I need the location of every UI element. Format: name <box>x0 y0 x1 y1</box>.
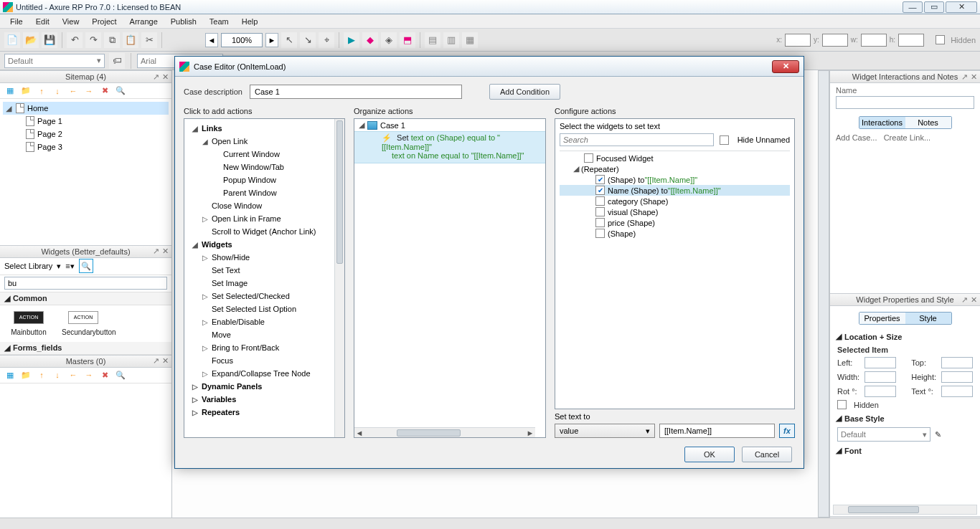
align-center-icon[interactable]: ▥ <box>443 32 459 48</box>
left-input[interactable] <box>864 357 896 368</box>
height-input[interactable] <box>941 371 973 383</box>
point-tool-icon[interactable]: ⌖ <box>319 32 334 48</box>
organize-action-row[interactable]: ⚡ Set text on (Shape) equal to "[[Item.N… <box>354 131 545 163</box>
checkbox[interactable]: ✔ <box>595 175 605 184</box>
menu-publish[interactable]: Publish <box>165 16 202 27</box>
width-input[interactable] <box>864 371 896 383</box>
chevron-down-icon[interactable]: ▾ <box>57 262 61 271</box>
add-page-icon[interactable]: ▦ <box>4 85 16 97</box>
textrot-input[interactable] <box>941 386 973 397</box>
move-down-icon[interactable]: ↓ <box>52 85 63 97</box>
zoom-value[interactable]: 100% <box>221 33 263 47</box>
panel-close-icon[interactable]: ✕ <box>162 72 169 82</box>
checkbox[interactable] <box>584 153 593 163</box>
section-location-size[interactable]: ◢Location + Size <box>830 329 980 344</box>
panel-pop-icon[interactable]: ↗ <box>961 295 968 305</box>
add-master-icon[interactable]: ▦ <box>4 369 16 381</box>
panel-close-icon[interactable]: ✕ <box>971 295 977 305</box>
style-apply-icon[interactable]: 🏷 <box>109 53 125 69</box>
save-icon[interactable]: 💾 <box>42 32 57 48</box>
search-masters-icon[interactable]: 🔍 <box>115 369 126 381</box>
configure-widget-row[interactable]: price (Shape) <box>560 217 790 228</box>
zoom-next[interactable]: ► <box>265 33 278 47</box>
master-outdent-icon[interactable]: ← <box>67 369 79 381</box>
coord-w-input[interactable] <box>861 34 887 47</box>
props-hscroll[interactable] <box>833 505 977 515</box>
section-base-style[interactable]: ◢Base Style <box>830 411 980 426</box>
add-folder-icon[interactable]: 📁 <box>20 85 32 97</box>
action-item[interactable]: ▷Show/Hide <box>184 251 344 264</box>
master-down-icon[interactable]: ↓ <box>52 369 63 381</box>
action-item[interactable]: ▷Enable/Disable <box>184 315 344 328</box>
panel-pop-icon[interactable]: ↗ <box>961 72 968 82</box>
caret-icon[interactable]: ◢ <box>573 164 580 173</box>
section-common[interactable]: ◢Common <box>0 292 171 305</box>
panel-close-icon[interactable]: ✕ <box>162 247 169 256</box>
actions-scroll[interactable] <box>334 119 344 437</box>
hidden-checkbox[interactable] <box>936 35 945 44</box>
menu-edit[interactable]: Edit <box>30 16 55 27</box>
paste-icon[interactable]: 📋 <box>123 32 138 48</box>
hidden-checkbox-2[interactable] <box>837 400 847 409</box>
publish-icon[interactable]: ◆ <box>362 32 378 48</box>
checkbox[interactable]: ✔ <box>595 186 605 195</box>
coord-x-input[interactable] <box>785 34 811 47</box>
case-desc-input[interactable] <box>250 85 462 99</box>
checkbox[interactable] <box>595 196 605 206</box>
base-style-combo[interactable]: Default▾ <box>837 427 930 442</box>
section-font[interactable]: ◢Font <box>830 443 980 458</box>
hamburger-icon[interactable]: ≡▾ <box>65 262 74 271</box>
lib-search-icon[interactable]: 🔍 <box>79 259 93 273</box>
action-item[interactable]: ◢Open Link <box>184 135 344 148</box>
create-link-link[interactable]: Create Link... <box>884 133 930 142</box>
fx-button[interactable]: fx <box>779 424 795 438</box>
tab-interactions[interactable]: Interactions <box>859 117 905 128</box>
master-up-icon[interactable]: ↑ <box>36 369 47 381</box>
sitemap-item-page2[interactable]: Page 2 <box>3 128 169 140</box>
canvas-scroll-v[interactable] <box>818 70 829 518</box>
open-file-icon[interactable]: 📂 <box>23 32 39 48</box>
add-master-folder-icon[interactable]: 📁 <box>20 369 32 381</box>
configure-search-input[interactable] <box>560 133 714 146</box>
scroll-left-icon[interactable]: ◄ <box>354 429 364 437</box>
action-item[interactable]: Close Window <box>184 199 344 212</box>
panel-close-icon[interactable]: ✕ <box>971 72 977 82</box>
action-item[interactable]: Popup Window <box>184 173 344 186</box>
action-item[interactable]: ▷Set Selected/Checked <box>184 290 344 302</box>
action-item[interactable]: Current Window <box>184 148 344 161</box>
move-up-icon[interactable]: ↑ <box>36 85 47 97</box>
action-item[interactable]: ▷Expand/Collapse Tree Node <box>184 367 344 380</box>
cut-icon[interactable]: ✂ <box>141 32 157 48</box>
action-item[interactable]: Set Image <box>184 277 344 290</box>
checkbox[interactable] <box>595 207 605 216</box>
action-item[interactable]: Focus <box>184 354 344 367</box>
action-item[interactable]: ◢Widgets <box>184 238 344 251</box>
coord-h-input[interactable] <box>898 34 924 47</box>
organize-hscroll[interactable]: ◄ ► <box>354 427 535 437</box>
selection-tool-icon[interactable]: ↖ <box>281 32 297 48</box>
close-button[interactable]: ✕ <box>946 1 977 13</box>
configure-repeater-row[interactable]: ◢(Repeater) <box>560 163 790 174</box>
checkbox[interactable] <box>595 218 605 227</box>
cancel-button[interactable]: Cancel <box>742 447 792 462</box>
top-input[interactable] <box>941 357 973 368</box>
action-item[interactable]: ▷Open Link in Frame <box>184 212 344 225</box>
minimize-button[interactable]: — <box>903 1 923 13</box>
organize-case-row[interactable]: ◢Case 1 <box>354 119 545 131</box>
maximize-button[interactable]: ▭ <box>924 1 944 13</box>
configure-widget-row[interactable]: visual (Shape) <box>560 206 790 217</box>
connector-tool-icon[interactable]: ↘ <box>300 32 316 48</box>
edit-style-icon[interactable]: ✎ <box>935 430 941 439</box>
new-file-icon[interactable]: 📄 <box>4 32 20 48</box>
sitemap-item-page1[interactable]: Page 1 <box>3 115 169 128</box>
configure-focused-row[interactable]: Focused Widget <box>560 153 790 163</box>
action-item[interactable]: ▷Bring to Front/Back <box>184 341 344 354</box>
ok-button[interactable]: OK <box>684 447 735 462</box>
action-item[interactable]: Set Selected List Option <box>184 302 344 315</box>
action-item[interactable]: Scroll to Widget (Anchor Link) <box>184 225 344 238</box>
widget-mainbutton[interactable]: ACTION Mainbutton <box>7 311 50 336</box>
panel-pop-icon[interactable]: ↗ <box>153 247 159 256</box>
delete-master-icon[interactable]: ✖ <box>99 369 110 381</box>
add-condition-button[interactable]: Add Condition <box>489 84 560 100</box>
share-icon[interactable]: ◈ <box>381 32 397 48</box>
